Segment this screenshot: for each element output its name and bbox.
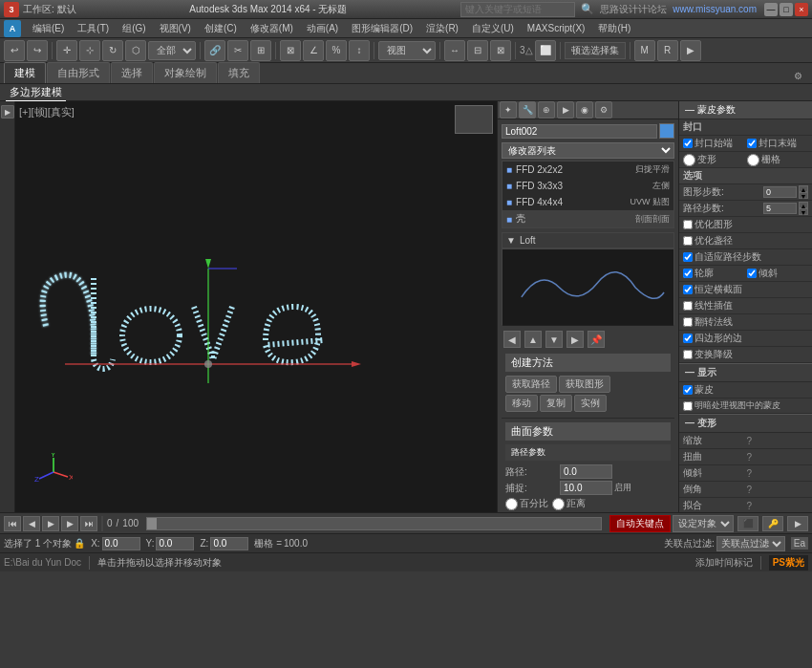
loft-nav-down[interactable]: ▼ — [545, 331, 563, 348]
get-path-btn[interactable]: 获取路径 — [505, 376, 557, 393]
align-button[interactable]: ⊟ — [467, 40, 488, 61]
lock-icon[interactable]: 🔒 — [74, 538, 85, 549]
deform-radio[interactable] — [683, 154, 695, 166]
move-btn[interactable]: 移动 — [505, 395, 538, 412]
set-key-dropdown[interactable]: 设定对象 — [673, 515, 734, 532]
unlink-button[interactable]: ✂ — [227, 40, 248, 61]
add-time-label[interactable]: 添加时间标记 — [695, 556, 753, 570]
search-input[interactable] — [460, 2, 575, 17]
material-editor[interactable]: M — [634, 40, 655, 61]
go-end-btn[interactable]: ⏭ — [80, 516, 97, 531]
create-method-title[interactable]: 创建方法 — [505, 354, 671, 372]
go-start-btn[interactable]: ⏮ — [4, 516, 21, 531]
loft-nav-right[interactable]: ▶ — [566, 331, 584, 348]
menu-view[interactable]: 视图(V) — [154, 20, 197, 37]
tab-freeform[interactable]: 自由形式 — [47, 62, 110, 83]
modifier-list-dropdown[interactable]: 修改器列表 — [502, 142, 674, 159]
next-frame-btn[interactable]: ▶ — [61, 516, 78, 531]
scale-button[interactable]: ⬡ — [125, 40, 146, 61]
snap-toggle[interactable]: ⊠ — [280, 40, 301, 61]
flip-normals-check[interactable] — [683, 317, 693, 327]
get-shape-btn[interactable]: 获取图形 — [559, 376, 610, 393]
menu-maxscript[interactable]: MAXScript(X) — [522, 21, 591, 35]
shape-steps-up[interactable]: ▲ — [799, 185, 808, 192]
z-input[interactable] — [210, 537, 248, 550]
x-input[interactable] — [102, 537, 140, 550]
viewport[interactable]: [+][顿][真实] — [15, 101, 497, 512]
rp-display-btn[interactable]: ◉ — [576, 101, 593, 119]
play-btn[interactable]: ▶ — [42, 516, 59, 531]
rp-motion-btn[interactable]: ▶ — [557, 101, 574, 119]
copy-btn[interactable]: 复制 — [540, 395, 572, 412]
tab-options-btn[interactable]: ⚙ — [788, 69, 808, 83]
quad-sides-check[interactable] — [683, 334, 693, 343]
snap-value-input[interactable] — [560, 481, 612, 495]
menu-tools[interactable]: 工具(T) — [72, 20, 115, 37]
tab-populate[interactable]: 填充 — [218, 62, 260, 83]
percent-radio[interactable]: 百分比 — [505, 497, 548, 510]
selection-sets-input[interactable]: 顿选选择集 — [565, 42, 626, 59]
modifier-shell[interactable]: ■ 壳 剖面剖面 — [502, 210, 673, 227]
y-input[interactable] — [156, 537, 194, 550]
menu-group[interactable]: 组(G) — [117, 20, 151, 37]
menu-customize[interactable]: 自定义(U) — [466, 20, 520, 37]
menu-graph-editor[interactable]: 图形编辑器(D) — [346, 20, 418, 37]
grid-radio[interactable] — [747, 154, 759, 166]
selection-filter-dropdown[interactable]: 全部 — [148, 41, 196, 60]
key-filters-btn[interactable]: 🔑 — [762, 516, 783, 531]
distance-radio[interactable]: 距离 — [552, 497, 586, 510]
select-button[interactable]: ✛ — [56, 40, 77, 61]
render-setup[interactable]: R — [657, 40, 678, 61]
menu-render[interactable]: 渲染(R) — [420, 20, 464, 37]
rp-create-btn[interactable]: ✦ — [500, 101, 517, 119]
close-button[interactable]: × — [795, 3, 808, 16]
rp-util-btn[interactable]: ⚙ — [595, 101, 612, 119]
transform-degrade-check[interactable] — [683, 350, 693, 359]
undo-button[interactable]: ↩ — [4, 40, 25, 61]
cap-end-check[interactable] — [747, 139, 757, 148]
menu-edit[interactable]: 编辑(E) — [27, 20, 70, 37]
redo-button[interactable]: ↪ — [27, 40, 48, 61]
curve-params-title[interactable]: 曲面参数 — [505, 422, 671, 441]
shape-steps-input[interactable] — [763, 186, 797, 198]
path-steps-down[interactable]: ▼ — [799, 208, 808, 215]
minimize-button[interactable]: — — [764, 3, 778, 16]
contour-check[interactable] — [683, 269, 693, 278]
key-next-btn[interactable]: ▶ — [787, 516, 808, 531]
optimize-paths-check[interactable] — [683, 236, 693, 246]
path-value-input[interactable] — [560, 464, 612, 479]
normal-align[interactable]: ⊠ — [490, 40, 511, 61]
loft-color-button[interactable] — [659, 123, 674, 139]
angle-snap[interactable]: ∠ — [303, 40, 324, 61]
timeline-slider[interactable] — [146, 517, 602, 530]
mirror-button[interactable]: ↔ — [444, 40, 465, 61]
prev-frame-btn[interactable]: ◀ — [23, 516, 40, 531]
spinner-snap[interactable]: ↕ — [349, 40, 370, 61]
bind-button[interactable]: ⊞ — [250, 40, 271, 61]
show-skin-in-all-check[interactable] — [683, 401, 693, 411]
loft-nav-left[interactable]: ◀ — [503, 331, 521, 348]
shape-steps-down[interactable]: ▼ — [799, 192, 808, 199]
sub-tab-poly-modeling[interactable]: 多边形建模 — [6, 84, 66, 101]
search-icon[interactable]: 🔍 — [581, 3, 594, 15]
percent-snap[interactable]: % — [326, 40, 347, 61]
modifier-ffd3x3x3[interactable]: ■ FFD 3x3x3 左侧 — [502, 178, 673, 194]
move-button[interactable]: ⊹ — [79, 40, 100, 61]
key-mode-btn[interactable]: ⬛ — [737, 516, 759, 531]
auto-key-btn[interactable]: 自动关键点 — [609, 515, 671, 532]
banking-check[interactable] — [747, 269, 757, 278]
path-steps-up[interactable]: ▲ — [799, 202, 808, 208]
path-params-title[interactable]: 路径参数 — [505, 444, 671, 461]
sidebar-expand-btn[interactable]: ▶ — [1, 105, 14, 119]
menu-create[interactable]: 创建(C) — [199, 20, 243, 37]
rp-hierarchy-btn[interactable]: ⊕ — [538, 101, 555, 119]
menu-modifiers[interactable]: 修改器(M) — [245, 20, 299, 37]
maximize-button[interactable]: □ — [780, 3, 793, 16]
quick-render[interactable]: ▶ — [680, 40, 701, 61]
optimize-shapes-check[interactable] — [683, 220, 693, 229]
linear-interp-check[interactable] — [683, 301, 693, 311]
view-mode-dropdown[interactable]: 视图 — [378, 41, 436, 60]
cap-start-check[interactable] — [683, 139, 693, 148]
rotate-button[interactable]: ↻ — [102, 40, 123, 61]
constant-cross-check[interactable] — [683, 285, 693, 294]
